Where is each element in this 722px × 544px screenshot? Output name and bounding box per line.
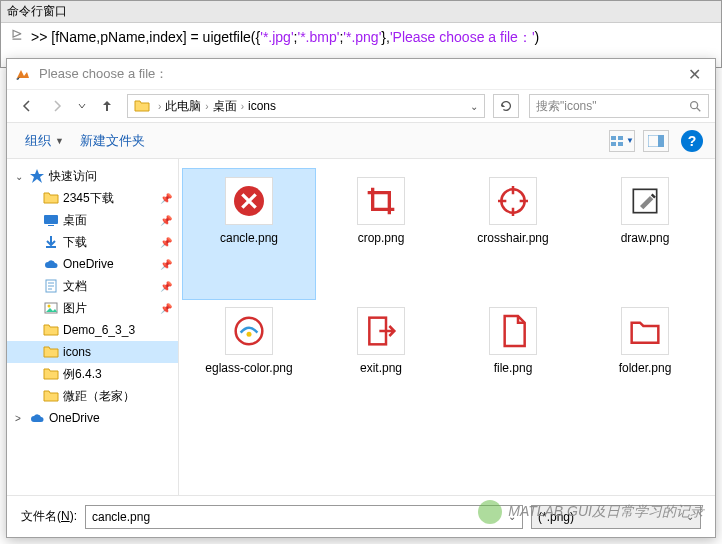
- svg-rect-3: [611, 142, 616, 146]
- chevron-right-icon: ›: [201, 101, 212, 112]
- file-item[interactable]: cancle.png: [183, 169, 315, 299]
- tree-item[interactable]: 例6.4.3: [7, 363, 178, 385]
- file-item[interactable]: exit.png: [315, 299, 447, 429]
- file-name: crop.png: [358, 231, 405, 245]
- output-toggle-icon[interactable]: ⊵: [11, 27, 23, 41]
- chevron-right-icon: ›: [237, 101, 248, 112]
- titlebar: Please choose a file： ✕: [7, 59, 715, 89]
- tree-item[interactable]: icons: [7, 341, 178, 363]
- file-name: crosshair.png: [477, 231, 548, 245]
- file-thumbnail: [225, 177, 273, 225]
- tree-item[interactable]: 文档📌: [7, 275, 178, 297]
- pin-icon: 📌: [160, 259, 172, 270]
- chevron-down-icon: ⌄: [686, 511, 694, 522]
- recent-dropdown[interactable]: [73, 93, 91, 119]
- svg-rect-8: [48, 225, 54, 226]
- file-name: eglass-color.png: [205, 361, 292, 375]
- svg-point-11: [48, 305, 51, 308]
- chevron-down-icon[interactable]: ⌄: [466, 101, 482, 112]
- file-thumbnail: [489, 307, 537, 355]
- file-name: folder.png: [619, 361, 672, 375]
- crumb-segment[interactable]: icons: [248, 99, 276, 113]
- svg-point-16: [247, 332, 252, 337]
- search-icon: [688, 99, 702, 113]
- file-item[interactable]: draw.png: [579, 169, 711, 299]
- tree-item[interactable]: 图片📌: [7, 297, 178, 319]
- file-item[interactable]: crop.png: [315, 169, 447, 299]
- file-item[interactable]: folder.png: [579, 299, 711, 429]
- pin-icon: 📌: [160, 193, 172, 204]
- tree-item[interactable]: 2345下载📌: [7, 187, 178, 209]
- file-thumbnail: [357, 177, 405, 225]
- chevron-right-icon: ›: [154, 101, 165, 112]
- tree-item[interactable]: 微距（老家）: [7, 385, 178, 407]
- file-type-filter[interactable]: (*.png) ⌄: [531, 505, 701, 529]
- pin-icon: 📌: [160, 215, 172, 226]
- file-dialog: Please choose a file： ✕ › 此电脑 › 桌面 › ico…: [6, 58, 716, 538]
- file-thumbnail: [357, 307, 405, 355]
- close-button[interactable]: ✕: [673, 59, 715, 89]
- tree-item[interactable]: 桌面📌: [7, 209, 178, 231]
- command-window-title: 命令行窗口: [1, 1, 721, 23]
- preview-pane-button[interactable]: [643, 130, 669, 152]
- svg-rect-4: [618, 142, 623, 146]
- tree-item[interactable]: OneDrive📌: [7, 253, 178, 275]
- refresh-button[interactable]: [493, 94, 519, 118]
- toolbar: 组织▼ 新建文件夹 ▼ ?: [7, 123, 715, 159]
- new-folder-button[interactable]: 新建文件夹: [74, 128, 151, 154]
- svg-rect-6: [658, 135, 664, 147]
- search-placeholder: 搜索"icons": [536, 98, 597, 115]
- svg-point-15: [236, 318, 263, 345]
- crumb-segment[interactable]: 桌面: [213, 98, 237, 115]
- pin-icon: 📌: [160, 303, 172, 314]
- filename-input[interactable]: cancle.png ⌄: [85, 505, 523, 529]
- file-thumbnail: [621, 307, 669, 355]
- search-input[interactable]: 搜索"icons": [529, 94, 709, 118]
- pin-icon: 📌: [160, 237, 172, 248]
- folder-icon: [134, 98, 150, 114]
- tree-item[interactable]: 下载📌: [7, 231, 178, 253]
- back-button[interactable]: [13, 93, 41, 119]
- organize-menu[interactable]: 组织▼: [19, 128, 70, 154]
- bottom-bar: 文件名(N): cancle.png ⌄ (*.png) ⌄: [7, 495, 715, 537]
- file-item[interactable]: crosshair.png: [447, 169, 579, 299]
- file-name: draw.png: [621, 231, 670, 245]
- filename-label: 文件名(N):: [21, 508, 77, 525]
- file-name: exit.png: [360, 361, 402, 375]
- dialog-title: Please choose a file：: [39, 65, 168, 83]
- svg-rect-7: [44, 215, 58, 224]
- file-grid[interactable]: cancle.pngcrop.pngcrosshair.pngdraw.pnge…: [179, 159, 715, 495]
- svg-rect-1: [611, 136, 616, 140]
- svg-rect-2: [618, 136, 623, 140]
- file-item[interactable]: eglass-color.png: [183, 299, 315, 429]
- breadcrumb[interactable]: › 此电脑 › 桌面 › icons ⌄: [127, 94, 485, 118]
- matlab-logo-icon: [15, 66, 31, 82]
- folder-tree[interactable]: ⌄快速访问2345下载📌桌面📌下载📌OneDrive📌文档📌图片📌Demo_6_…: [7, 159, 179, 495]
- file-thumbnail: [489, 177, 537, 225]
- file-thumbnail: [225, 307, 273, 355]
- forward-button[interactable]: [43, 93, 71, 119]
- nav-bar: › 此电脑 › 桌面 › icons ⌄ 搜索"icons": [7, 89, 715, 123]
- view-options-button[interactable]: ▼: [609, 130, 635, 152]
- svg-point-0: [691, 102, 698, 109]
- help-button[interactable]: ?: [681, 130, 703, 152]
- crumb-segment[interactable]: 此电脑: [165, 98, 201, 115]
- up-button[interactable]: [93, 93, 121, 119]
- file-name: cancle.png: [220, 231, 278, 245]
- file-item[interactable]: file.png: [447, 299, 579, 429]
- tree-item[interactable]: ⌄快速访问: [7, 165, 178, 187]
- chevron-down-icon[interactable]: ⌄: [508, 511, 516, 522]
- tree-item[interactable]: Demo_6_3_3: [7, 319, 178, 341]
- file-thumbnail: [621, 177, 669, 225]
- file-name: file.png: [494, 361, 533, 375]
- pin-icon: 📌: [160, 281, 172, 292]
- tree-item[interactable]: >OneDrive: [7, 407, 178, 429]
